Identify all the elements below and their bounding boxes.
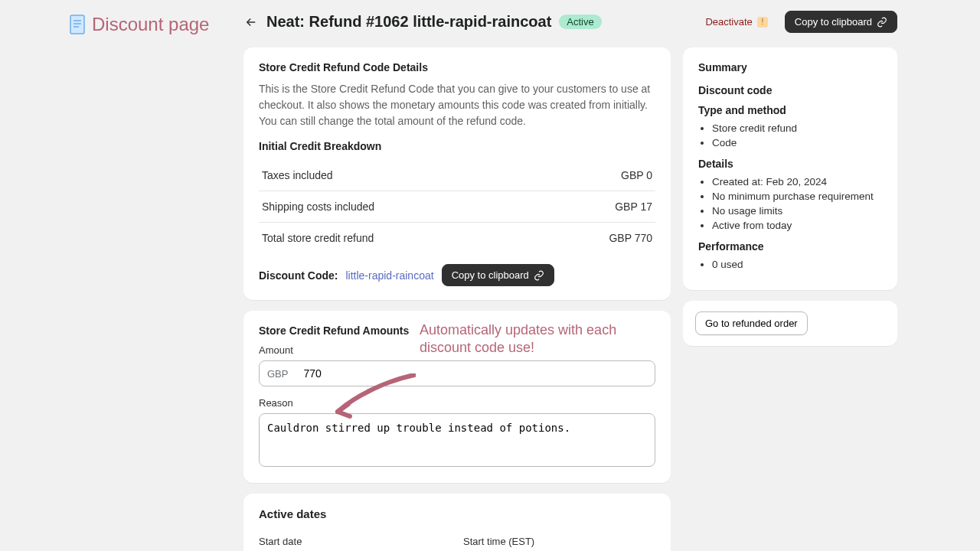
side-column: Summary Discount code Type and method St… (683, 47, 897, 346)
list-item: Store credit refund (712, 121, 882, 135)
document-icon (69, 14, 87, 35)
amount-input[interactable] (296, 361, 655, 386)
copy-to-clipboard-button[interactable]: Copy to clipboard (785, 11, 897, 33)
status-badge: Active (559, 15, 601, 29)
breakdown-label: Taxes included (262, 169, 333, 181)
amounts-title: Store Credit Refund Amounts (259, 324, 655, 337)
link-icon (877, 17, 887, 28)
type-method-heading: Type and method (698, 104, 882, 116)
breakdown-title: Initial Credit Breakdown (259, 140, 655, 152)
list-item: Code (712, 135, 882, 150)
link-icon (534, 270, 544, 281)
breakdown-value: GBP 17 (615, 201, 652, 213)
details-title: Store Credit Refund Code Details (259, 61, 655, 73)
go-to-order-card: Go to refunded order (683, 301, 897, 346)
discount-code-value[interactable]: little-rapid-raincoat (345, 269, 433, 282)
copy-label: Copy to clipboard (795, 16, 872, 28)
page-title: Neat: Refund #1062 little-rapid-raincoat (266, 13, 551, 31)
breakdown-label: Total store credit refund (262, 232, 374, 244)
list-item: No usage limits (712, 204, 882, 218)
back-arrow-icon[interactable] (243, 15, 259, 30)
breakdown-row: Taxes included GBP 0 (259, 160, 655, 191)
breakdown-label: Shipping costs included (262, 201, 374, 213)
page-header: Neat: Refund #1062 little-rapid-raincoat… (243, 11, 897, 33)
discount-code-label: Discount Code: (259, 269, 338, 282)
discount-code-heading: Discount code (698, 84, 882, 96)
warning-icon: ! (757, 17, 768, 28)
deactivate-label: Deactivate (705, 16, 752, 28)
content-area: Store Credit Refund Code Details This is… (243, 47, 897, 551)
go-to-refunded-order-button[interactable]: Go to refunded order (695, 311, 808, 335)
list-item: Active from today (712, 218, 882, 233)
reason-input[interactable] (259, 413, 655, 467)
page-logo: Discount page (69, 14, 209, 35)
amount-input-row: GBP (259, 360, 655, 386)
currency-prefix: GBP (260, 361, 296, 386)
refund-amounts-card: Store Credit Refund Amounts Automaticall… (243, 311, 671, 483)
list-item: Created at: Feb 20, 2024 (712, 174, 882, 189)
summary-title: Summary (698, 61, 882, 73)
list-item: No minimum purchase requirement (712, 189, 882, 204)
summary-card: Summary Discount code Type and method St… (683, 47, 897, 290)
active-dates-card: Active dates Start date Start time (ES (243, 494, 671, 551)
breakdown-row: Total store credit refund GBP 770 (259, 223, 655, 253)
breakdown-value: GBP 770 (609, 232, 652, 244)
list-item: 0 used (712, 257, 882, 272)
performance-list: 0 used (698, 257, 882, 272)
amount-label: Amount (259, 344, 655, 356)
details-list: Created at: Feb 20, 2024 No minimum purc… (698, 174, 882, 233)
copy-code-label: Copy to clipboard (452, 269, 529, 281)
logo-text: Discount page (92, 14, 209, 35)
discount-code-line: Discount Code: little-rapid-raincoat Cop… (259, 264, 655, 286)
details-description: This is the Store Credit Refund Code tha… (259, 81, 655, 129)
start-time-label: Start time (EST) (463, 536, 655, 547)
active-dates-title: Active dates (259, 507, 655, 520)
start-date-label: Start date (259, 536, 451, 547)
performance-heading: Performance (698, 240, 882, 253)
svg-rect-0 (70, 15, 84, 34)
breakdown-list: Taxes included GBP 0 Shipping costs incl… (259, 160, 655, 253)
details-heading: Details (698, 158, 882, 170)
breakdown-row: Shipping costs included GBP 17 (259, 191, 655, 223)
type-method-list: Store credit refund Code (698, 121, 882, 150)
reason-label: Reason (259, 397, 655, 409)
main-column: Store Credit Refund Code Details This is… (243, 47, 671, 551)
breakdown-value: GBP 0 (621, 169, 652, 181)
deactivate-button[interactable]: Deactivate ! (696, 11, 776, 32)
refund-code-details-card: Store Credit Refund Code Details This is… (243, 47, 671, 300)
copy-code-button[interactable]: Copy to clipboard (442, 264, 554, 286)
